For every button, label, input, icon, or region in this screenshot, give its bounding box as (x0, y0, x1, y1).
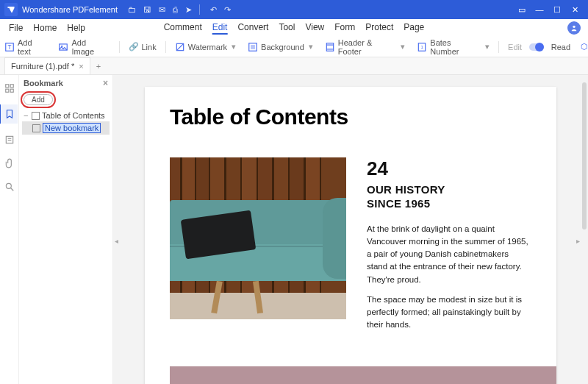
vertical-scrollbar[interactable] (582, 82, 587, 230)
section-subtitle-1: OUR HISTORY (367, 183, 445, 196)
attachments-rail-icon[interactable] (2, 156, 17, 171)
redo-icon[interactable]: ↷ (224, 5, 231, 15)
menu-form[interactable]: Form (334, 22, 355, 35)
bookmark-tree: − Table of Contents New bookmark (19, 110, 112, 135)
app-logo (4, 3, 18, 16)
print-icon[interactable]: ⎙ (173, 5, 178, 15)
add-bookmark-button[interactable]: Add (24, 94, 53, 105)
header-footer-button[interactable]: Header & Footer▾ (320, 37, 410, 57)
menu-help[interactable]: Help (67, 23, 85, 33)
bookmark-rename-input[interactable]: New bookmark (43, 123, 101, 133)
menu-tool[interactable]: Tool (279, 22, 295, 35)
menu-convert[interactable]: Convert (237, 22, 268, 35)
thumbnails-rail-icon[interactable] (2, 81, 17, 96)
svg-rect-8 (251, 45, 255, 49)
close-icon[interactable]: ✕ (566, 5, 584, 15)
chevron-down-icon: ▾ (232, 42, 236, 51)
text-column: 24 OUR HISTORY SINCE 1965 At the brink o… (367, 157, 531, 339)
menu-file[interactable]: File (9, 23, 23, 33)
bookmark-item[interactable]: − Table of Contents (22, 110, 110, 121)
decorative-band (170, 366, 556, 384)
bates-number-button[interactable]: 1Bates Number▾ (412, 37, 494, 57)
svg-text:T: T (8, 43, 12, 50)
section-subtitle-2: SINCE 1965 (367, 197, 430, 210)
mail-icon[interactable]: ✉ (159, 5, 165, 15)
add-text-button[interactable]: TAdd text (0, 37, 51, 57)
undo-icon[interactable]: ↶ (210, 5, 217, 15)
menu-bar: File Home Help Comment Edit Convert Tool… (0, 19, 588, 37)
bookmark-item-editing[interactable]: New bookmark (22, 121, 110, 135)
svg-line-22 (10, 188, 13, 191)
bates-icon: 1 (417, 42, 427, 52)
header-footer-icon (325, 42, 335, 52)
menu-comment[interactable]: Comment (164, 22, 202, 35)
svg-rect-14 (5, 85, 8, 88)
svg-point-0 (573, 26, 575, 28)
image-icon (58, 42, 68, 52)
section-number: 24 (367, 157, 531, 180)
menu-home[interactable]: Home (33, 23, 57, 33)
chevron-down-icon: ▾ (401, 42, 405, 51)
menu-page[interactable]: Page (404, 22, 424, 35)
svg-rect-17 (10, 89, 13, 92)
menu-protect[interactable]: Protect (365, 22, 393, 35)
document-tab-bar: Furniture (1).pdf * × + (0, 57, 588, 75)
edit-read-toggle[interactable] (529, 43, 544, 51)
app-title: Wondershare PDFelement (22, 5, 118, 14)
save-icon[interactable]: 🖫 (143, 5, 151, 15)
minimize-icon[interactable]: — (531, 5, 548, 14)
page-heading: Table of Contents (170, 104, 531, 129)
background-button[interactable]: Background▾ (243, 40, 318, 54)
watermark-icon (175, 42, 185, 52)
bookmark-item-label: Table of Contents (42, 111, 105, 120)
body-paragraph: At the brink of daylight on a quaint Van… (367, 223, 531, 286)
bookmark-item-icon (32, 124, 40, 132)
link-button[interactable]: 🔗Link (124, 40, 161, 54)
background-icon (248, 42, 258, 52)
main-area: Bookmark × Add − Table of Contents New b… (0, 75, 588, 384)
menu-edit[interactable]: Edit (212, 22, 228, 35)
maximize-icon[interactable]: ☐ (548, 5, 566, 15)
panel-expand-handle[interactable]: ▸ (575, 230, 581, 252)
user-avatar[interactable] (567, 21, 581, 35)
menu-view[interactable]: View (305, 22, 324, 35)
svg-rect-15 (10, 85, 13, 88)
share-icon[interactable]: ➤ (185, 5, 192, 15)
bookmark-panel-title: Bookmark (24, 79, 63, 88)
panel-close-icon[interactable]: × (103, 78, 108, 88)
panel-collapse-handle[interactable]: ◂ (113, 230, 119, 252)
title-bar: Wondershare PDFelement 🗀 🖫 ✉ ⎙ ➤ ↶ ↷ ▭ —… (0, 0, 588, 19)
separator (199, 4, 200, 15)
settings-hex-icon[interactable]: ⬡ (581, 42, 588, 51)
collapse-icon[interactable]: − (24, 111, 29, 120)
search-rail-icon[interactable] (2, 179, 17, 194)
tab-close-icon[interactable]: × (79, 62, 83, 71)
body-paragraph: The space may be modest in size but it i… (367, 294, 531, 332)
svg-line-6 (176, 43, 183, 50)
read-mode-label: Read (547, 41, 575, 53)
link-icon: 🔗 (129, 42, 139, 52)
svg-text:1: 1 (421, 45, 423, 49)
chevron-down-icon: ▾ (485, 42, 490, 51)
text-icon: T (4, 42, 15, 52)
edit-mode-label: Edit (503, 41, 526, 53)
chevron-down-icon: ▾ (309, 42, 313, 51)
side-rail (0, 75, 19, 384)
comments-rail-icon[interactable] (2, 132, 17, 147)
open-icon[interactable]: 🗀 (128, 5, 136, 15)
svg-rect-16 (5, 89, 8, 92)
bookmark-item-icon (32, 112, 40, 120)
bookmark-panel: Bookmark × Add − Table of Contents New b… (19, 75, 113, 384)
document-tab[interactable]: Furniture (1).pdf * × (4, 57, 90, 74)
edit-toolbar: TAdd text Add Image 🔗Link Watermark▾ Bac… (0, 37, 588, 57)
new-tab-button[interactable]: + (90, 62, 107, 71)
svg-rect-9 (326, 43, 333, 51)
watermark-button[interactable]: Watermark▾ (171, 40, 240, 54)
hero-image (170, 157, 346, 319)
tab-title: Furniture (1).pdf * (11, 62, 74, 71)
document-viewport[interactable]: ◂ ▸ Table of Contents 24 (113, 75, 588, 384)
add-image-button[interactable]: Add Image (54, 37, 114, 57)
app-menu-icon[interactable]: ▭ (513, 5, 531, 15)
document-page: Table of Contents 24 OUR HISTORY (145, 87, 556, 384)
bookmark-rail-icon[interactable] (0, 104, 18, 124)
